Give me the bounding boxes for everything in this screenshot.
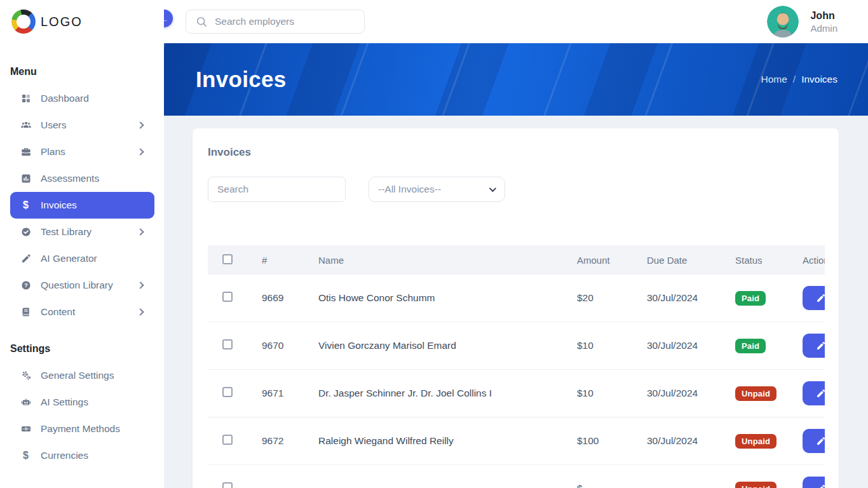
topbar-search (186, 10, 365, 34)
pencil-icon (816, 294, 825, 303)
header-actions: Actions (803, 255, 825, 266)
row-checkbox[interactable] (222, 292, 233, 302)
page-title: Invoices (196, 67, 286, 92)
pencil-icon (20, 254, 31, 264)
invoice-id: 9671 (262, 388, 318, 399)
logo-icon (11, 10, 36, 34)
sidebar-item-payment-methods[interactable]: 0 Payment Methods (10, 416, 154, 442)
sidebar-item-label: Invoices (41, 200, 77, 211)
select-all-checkbox[interactable] (222, 254, 233, 264)
avatar (767, 6, 799, 37)
user-name: John (810, 10, 837, 22)
edit-invoice-button[interactable] (803, 477, 825, 488)
invoice-amount: $ (577, 483, 647, 488)
sidebar-item-ai-generator[interactable]: AI Generator (10, 245, 154, 272)
chevron-right-icon (137, 148, 144, 155)
table-row: 9669 Otis Howe Conor Schumm $20 30/Jul/2… (208, 274, 825, 322)
pencil-icon (816, 437, 825, 446)
user-role: Admin (810, 23, 837, 34)
dollar-icon: $ (20, 451, 31, 461)
robot-icon (20, 397, 31, 408)
user-menu[interactable]: John Admin (767, 6, 837, 37)
sidebar-item-dashboard[interactable]: Dashboard (10, 85, 154, 112)
settings-list: General Settings AI Settings 0 Payment M… (10, 362, 154, 469)
sidebar-item-label: Dashboard (41, 93, 89, 104)
sidebar-item-label: Currencies (41, 450, 88, 461)
breadcrumb-current: Invoices (801, 74, 837, 85)
invoice-due-date: 30/Jul/2024 (647, 388, 735, 399)
table-row: $ Unpaid (208, 465, 825, 488)
breadcrumb-separator: / (793, 74, 796, 85)
invoice-id: 9670 (262, 340, 318, 351)
menu-list: Dashboard Users Plans Assessm (10, 85, 154, 325)
edit-invoice-button[interactable] (803, 429, 825, 453)
invoice-due-date: 30/Jul/2024 (647, 292, 735, 304)
chevron-right-icon (137, 281, 144, 288)
svg-text:?: ? (24, 281, 28, 288)
users-icon (20, 120, 31, 131)
pencil-icon (816, 389, 825, 398)
row-checkbox[interactable] (222, 435, 233, 445)
invoice-amount: $10 (577, 340, 647, 351)
table-body: 9669 Otis Howe Conor Schumm $20 30/Jul/2… (208, 274, 825, 488)
chevron-down-icon (489, 185, 496, 192)
breadcrumb-home-link[interactable]: Home (761, 74, 787, 85)
header-due-date: Due Date (647, 255, 735, 266)
sidebar-item-content[interactable]: Content (10, 299, 154, 325)
status-badge: Paid (735, 339, 766, 353)
check-circle-icon (20, 227, 31, 238)
sidebar-item-plans[interactable]: Plans (10, 139, 154, 165)
briefcase-icon (20, 147, 31, 158)
bar-chart-icon (20, 173, 31, 184)
brand-logo[interactable]: LOGO (0, 0, 164, 43)
invoice-filter-select[interactable]: --All Invoices-- (369, 177, 505, 202)
row-checkbox[interactable] (222, 339, 233, 349)
header-name: Name (318, 255, 577, 266)
topbar: ← John (164, 0, 868, 43)
invoice-amount: $10 (577, 388, 647, 399)
status-badge: Unpaid (735, 386, 776, 401)
invoice-name: Otis Howe Conor Schumm (318, 292, 577, 304)
edit-invoice-button[interactable] (803, 286, 825, 310)
sidebar-item-currencies[interactable]: $ Currencies (10, 442, 154, 469)
invoice-id: 9672 (262, 435, 318, 447)
search-input[interactable] (215, 16, 356, 27)
menu-heading: Menu (10, 66, 164, 78)
sidebar-item-label: Users (41, 119, 66, 131)
sidebar-item-assessments[interactable]: Assessments (10, 165, 154, 192)
settings-heading: Settings (10, 343, 164, 355)
app-root: LOGO Menu Dashboard Users Plan (0, 0, 868, 488)
row-checkbox[interactable] (222, 387, 233, 397)
sidebar-item-label: Payment Methods (41, 423, 120, 435)
sidebar-item-label: AI Generator (41, 253, 97, 264)
content-area: Invoices --All Invoices-- # Name Amount … (164, 116, 868, 488)
header-status: Status (735, 255, 803, 266)
sidebar-item-ai-settings[interactable]: AI Settings (10, 389, 154, 416)
edit-invoice-button[interactable] (803, 381, 825, 405)
dollar-icon: $ (20, 200, 31, 211)
search-icon (196, 17, 207, 27)
row-checkbox[interactable] (222, 482, 233, 488)
sidebar-item-general-settings[interactable]: General Settings (10, 362, 154, 389)
invoice-name: Dr. Jasper Schinner Jr. Dr. Joel Collins… (318, 388, 577, 399)
table-controls: --All Invoices-- (208, 177, 825, 202)
header-amount: Amount (577, 255, 647, 266)
main-area: ← John (164, 0, 868, 488)
invoice-name: Raleigh Wiegand Wilfred Reilly (318, 435, 577, 447)
table-header: # Name Amount Due Date Status Actions (208, 245, 825, 274)
logo-text: LOGO (41, 15, 83, 29)
status-badge: Unpaid (735, 434, 776, 449)
sidebar-item-question-library[interactable]: ? Question Library (10, 272, 154, 299)
invoice-amount: $20 (577, 292, 647, 304)
invoice-id: 9669 (262, 292, 318, 304)
sidebar-item-test-library[interactable]: Test Library (10, 219, 154, 245)
sidebar-item-invoices[interactable]: $ Invoices (10, 192, 154, 219)
sidebar-item-users[interactable]: Users (10, 112, 154, 139)
invoices-table: # Name Amount Due Date Status Actions 96… (208, 245, 825, 488)
page-banner: Invoices Home / Invoices (164, 43, 868, 116)
invoice-search-input[interactable] (208, 177, 346, 202)
invoice-due-date: 30/Jul/2024 (647, 340, 735, 351)
edit-invoice-button[interactable] (803, 334, 825, 358)
svg-text:0: 0 (25, 427, 27, 431)
panel-title: Invoices (208, 146, 825, 159)
